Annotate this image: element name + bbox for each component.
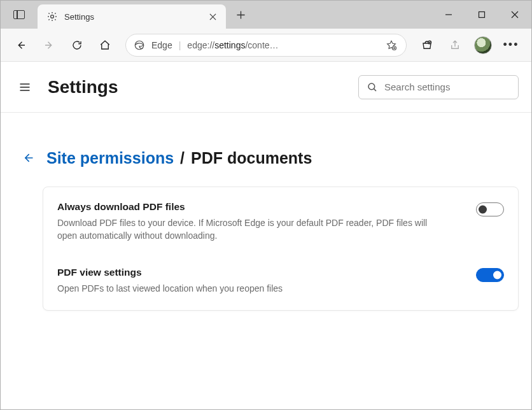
setting-description: Download PDF files to your device. If Mi…	[57, 216, 438, 243]
setting-always-download-pdf: Always download PDF files Download PDF f…	[43, 190, 518, 255]
more-button[interactable]: •••	[500, 34, 522, 57]
tab-actions-icon	[13, 10, 25, 19]
settings-menu-button[interactable]	[13, 76, 36, 99]
toggle-knob	[479, 206, 487, 214]
browser-label: Edge	[151, 40, 172, 50]
setting-text: Always download PDF files Download PDF f…	[57, 201, 476, 243]
plus-icon	[236, 10, 246, 20]
hamburger-icon	[18, 81, 31, 94]
tab-settings[interactable]: Settings	[38, 4, 226, 29]
settings-content: Site permissions / PDF documents Always …	[1, 113, 531, 409]
avatar	[474, 36, 492, 54]
svg-point-2	[135, 41, 144, 50]
toggle-pdf-view[interactable]	[476, 268, 504, 282]
edge-logo-icon	[134, 39, 145, 51]
close-window-button[interactable]	[498, 1, 531, 29]
new-tab-button[interactable]	[230, 4, 251, 25]
settings-header: Settings	[1, 62, 531, 113]
back-button[interactable]	[10, 34, 32, 57]
breadcrumb-parent-link[interactable]: Site permissions	[46, 149, 174, 167]
arrow-right-icon	[43, 39, 55, 51]
tab-close-button[interactable]	[207, 11, 218, 22]
svg-rect-1	[479, 12, 485, 18]
minimize-icon	[445, 11, 452, 18]
address-bar[interactable]: Edge | edge://settings/conte…	[125, 34, 407, 57]
shopping-icon	[421, 39, 433, 51]
window-controls	[432, 1, 531, 29]
svg-point-0	[51, 15, 54, 18]
close-icon	[209, 13, 216, 20]
settings-panel: Always download PDF files Download PDF f…	[43, 187, 519, 311]
refresh-button[interactable]	[66, 34, 88, 57]
refresh-icon	[71, 39, 83, 51]
shopping-button[interactable]	[416, 34, 438, 57]
svg-point-5	[368, 83, 375, 90]
breadcrumb-current: PDF documents	[191, 149, 312, 167]
search-icon	[367, 81, 378, 93]
titlebar: Settings	[1, 1, 531, 29]
profile-button[interactable]	[472, 34, 494, 57]
arrow-left-icon	[15, 39, 27, 51]
breadcrumb-back-button[interactable]	[18, 148, 38, 167]
settings-search-input[interactable]	[384, 81, 510, 92]
maximize-button[interactable]	[465, 1, 498, 29]
settings-title: Settings	[48, 77, 347, 97]
forward-button	[38, 34, 60, 57]
star-plus-icon	[386, 39, 397, 51]
home-icon	[99, 39, 111, 51]
breadcrumb-row: Site permissions / PDF documents	[18, 148, 521, 167]
breadcrumb-separator: /	[180, 149, 185, 167]
setting-description: Open PDFs to last viewed location when y…	[57, 282, 438, 295]
url-text: edge://settings/conte…	[187, 40, 378, 50]
tab-title: Settings	[64, 12, 200, 22]
settings-search[interactable]	[358, 75, 519, 99]
setting-title: Always download PDF files	[57, 201, 438, 213]
setting-pdf-view: PDF view settings Open PDFs to last view…	[43, 255, 518, 308]
more-icon: •••	[503, 38, 519, 52]
favorite-button[interactable]	[384, 38, 398, 52]
toggle-always-download-pdf[interactable]	[476, 202, 504, 216]
toggle-knob	[493, 271, 501, 279]
tab-actions-button[interactable]	[1, 1, 38, 29]
titlebar-left: Settings	[1, 1, 251, 29]
share-icon	[449, 39, 461, 51]
setting-text: PDF view settings Open PDFs to last view…	[57, 267, 476, 295]
arrow-left-icon	[22, 152, 34, 164]
breadcrumb: Site permissions / PDF documents	[46, 149, 312, 167]
close-icon	[511, 11, 519, 18]
setting-title: PDF view settings	[57, 267, 438, 278]
browser-toolbar: Edge | edge://settings/conte… •••	[1, 29, 531, 62]
address-separator: |	[179, 40, 181, 50]
gear-icon	[46, 11, 58, 22]
minimize-button[interactable]	[432, 1, 465, 29]
home-button[interactable]	[94, 34, 116, 57]
share-button[interactable]	[444, 34, 466, 57]
maximize-icon	[478, 11, 486, 18]
